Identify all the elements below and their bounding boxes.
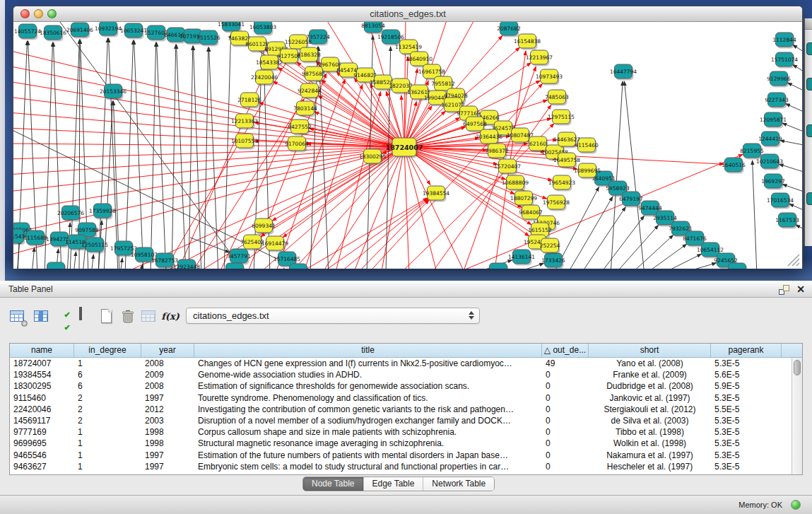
table-cell[interactable]: Wolkin et al. (1998)	[589, 438, 711, 449]
table-row[interactable]: 2242004622012Investigating the contribut…	[10, 404, 802, 415]
graph-node[interactable]: 20206576	[57, 206, 84, 222]
table-cell[interactable]: 0	[542, 426, 589, 438]
table-cell[interactable]: Stergiakouli et al. (2012)	[589, 404, 711, 415]
table-settings-icon[interactable]	[8, 308, 27, 326]
table-cell[interactable]: 0	[542, 392, 589, 404]
table-cell[interactable]: 5.3E-5	[711, 358, 782, 369]
table-cell[interactable]: Changes of HCN gene expression and I(f) …	[194, 358, 542, 369]
graph-node[interactable]: 19756928	[543, 195, 570, 211]
table-cell[interactable]: 1	[74, 358, 141, 369]
table-cell[interactable]: 1997	[141, 450, 194, 461]
table-cell[interactable]: 0	[542, 415, 589, 426]
table-cell[interactable]: 2	[74, 415, 141, 426]
table-cell[interactable]: 9463627	[10, 461, 74, 472]
table-cell[interactable]: 0	[542, 450, 589, 461]
table-cell[interactable]: Hescheler et al. (1997)	[589, 461, 711, 472]
graph-node[interactable]: 1969297	[761, 174, 785, 190]
graph-node[interactable]: 17359928	[89, 204, 116, 220]
table-cell[interactable]: 0	[542, 438, 589, 449]
graph-node[interactable]: 17016534	[767, 193, 794, 209]
graph-node[interactable]: 9129966	[767, 71, 791, 88]
table-cell[interactable]: 2	[74, 404, 141, 415]
graph-node[interactable]: 16447794	[610, 64, 637, 81]
graph-node[interactable]: 16053803	[249, 22, 276, 36]
graph-node[interactable]: 8813054	[361, 22, 385, 35]
table-cell[interactable]: 22420046	[10, 404, 74, 415]
column-header-short[interactable]: short	[589, 344, 711, 357]
table-cell[interactable]: 1998	[141, 426, 194, 438]
new-table-icon[interactable]	[98, 308, 116, 326]
graph-node[interactable]: 10653247	[120, 23, 147, 40]
table-cell[interactable]: 5.3E-5	[711, 461, 782, 472]
table-cell[interactable]: 14569117	[10, 415, 74, 426]
table-row[interactable]: 946362711997Embryonic stem cells: a mode…	[10, 461, 802, 472]
graph-node[interactable]: 19654923	[548, 175, 575, 192]
graph-node[interactable]: 12095871	[760, 112, 787, 129]
table-cell[interactable]: 0	[542, 380, 589, 392]
table-cell[interactable]: Estimation of significance thresholds fo…	[194, 380, 542, 392]
table-cell[interactable]: 9115460	[10, 392, 74, 404]
graph-node[interactable]: 15751074	[771, 52, 798, 69]
table-cell[interactable]: 2008	[141, 380, 194, 392]
delete-table-icon[interactable]	[140, 308, 158, 326]
table-cell[interactable]: 2	[74, 392, 141, 404]
graph-node[interactable]: 1112844	[772, 33, 796, 49]
column-header-out_de[interactable]: △ out_de...	[542, 344, 589, 357]
table-cell[interactable]: 1	[74, 438, 141, 449]
table-cell[interactable]: Dudbridge et al. (2008)	[589, 380, 711, 392]
graph-node[interactable]: 8186328	[297, 47, 321, 64]
table-row[interactable]: 977716911998Corpus callosum shape and si…	[10, 426, 802, 438]
trash-icon[interactable]	[119, 308, 137, 326]
table-cell[interactable]: 2008	[141, 358, 194, 369]
table-cell[interactable]: 6	[74, 369, 141, 380]
table-scrollbar[interactable]	[792, 358, 802, 474]
graph-node[interactable]: 10107553	[231, 134, 258, 150]
network-table-selector[interactable]: citations_edges.txt	[186, 308, 480, 324]
table-cell[interactable]: Tibbo et al. (1998)	[589, 426, 711, 438]
close-window-button[interactable]	[20, 9, 30, 18]
table-cell[interactable]: 5.5E-5	[711, 404, 782, 415]
table-cell[interactable]: 5.3E-5	[711, 392, 782, 404]
column-header-title[interactable]: title	[194, 344, 542, 357]
column-header-in_degree[interactable]: in_degree	[74, 344, 141, 357]
table-cell[interactable]: Disruption of a novel member of a sodium…	[194, 415, 542, 426]
graph-node[interactable]: 7485063	[545, 90, 569, 106]
table-cell[interactable]: Structural magnetic resonance image aver…	[194, 438, 542, 449]
table-cell[interactable]: de Silva et al. (2003)	[589, 415, 711, 426]
network-canvas[interactable]: 1405572418350616206914061093219410653247…	[13, 22, 802, 269]
tab-edge-table[interactable]: Edge Table	[364, 477, 424, 491]
table-cell[interactable]: 1	[74, 450, 141, 461]
function-builder-icon[interactable]: f(x)	[161, 308, 180, 326]
graph-node[interactable]: 7625402	[240, 235, 264, 251]
table-cell[interactable]: 5.6E-5	[711, 369, 782, 380]
graph-node[interactable]: 1167533	[775, 213, 799, 229]
graph-node[interactable]: 252254	[540, 238, 560, 255]
table-cell[interactable]: 9699695	[10, 438, 74, 449]
graph-node[interactable]: 16914479	[261, 236, 288, 252]
table-cell[interactable]: 5.3E-5	[711, 415, 782, 426]
zoom-window-button[interactable]	[47, 9, 57, 18]
table-cell[interactable]: 0	[542, 404, 589, 415]
graph-node[interactable]	[290, 264, 309, 269]
table-cell[interactable]: 19384554	[10, 369, 74, 380]
table-cell[interactable]: Yano et al. (2008)	[589, 358, 711, 369]
table-cell[interactable]: 0	[542, 461, 589, 472]
table-cell[interactable]: 0	[542, 369, 589, 380]
graph-node[interactable]: 18807299	[510, 191, 537, 207]
row-height-icon[interactable]	[79, 308, 98, 326]
table-row[interactable]: 969969511998Structural magnetic resonanc…	[10, 438, 802, 449]
table-row[interactable]: 911546021997Tourette syndrome. Phenomeno…	[10, 392, 802, 404]
table-row[interactable]: 1872400712008Changes of HCN gene express…	[10, 358, 802, 369]
graph-node[interactable]: 7986372	[485, 144, 509, 160]
table-cell[interactable]: Nakamura et al. (1997)	[589, 450, 711, 461]
table-cell[interactable]: Investigating the contribution of common…	[194, 404, 542, 415]
table-cell[interactable]: Corpus callosum shape and size in male p…	[194, 426, 542, 438]
graph-node[interactable]	[47, 262, 66, 269]
table-cell[interactable]: 5.3E-5	[711, 438, 782, 449]
table-cell[interactable]: 2012	[141, 404, 194, 415]
tab-node-table[interactable]: Node Table	[303, 477, 364, 491]
graph-node[interactable]: 16154838	[514, 34, 541, 50]
table-cell[interactable]: Tourette syndrome. Phenomenology and cla…	[194, 392, 542, 404]
citation-network-graph[interactable]: 1405572418350616206914061093219410653247…	[13, 22, 802, 269]
graph-node[interactable]: 10973493	[536, 69, 563, 86]
